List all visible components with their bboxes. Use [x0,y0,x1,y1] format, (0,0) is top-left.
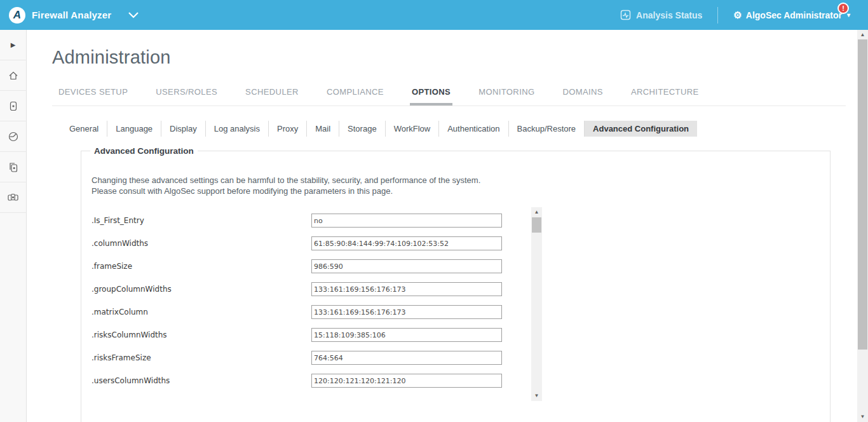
caret-down-icon: ▾ [847,11,850,18]
warning-text: Changing these advanced settings can be … [92,175,830,196]
field-row: .Is_First_Entry [92,209,502,232]
tab-monitoring[interactable]: MONITORING [478,87,534,97]
field-row: .risksColumnWidths [92,323,502,346]
sidebar-item-home[interactable] [0,60,26,91]
reports-icon [8,161,19,173]
page-scrollbar-thumb[interactable] [858,39,867,350]
field-label: .groupColumnWidths [92,285,311,294]
body-row: ▶ Admin [0,30,868,422]
main-tab-bar: DEVICES SETUP USERS/ROLES SCHEDULER COMP… [52,87,846,106]
sidebar-expand-button[interactable]: ▶ [0,30,26,60]
tab-devices-setup[interactable]: DEVICES SETUP [58,87,128,97]
subtab-workflow[interactable]: WorkFlow [386,121,440,137]
field-label: .frameSize [92,262,311,271]
form-scrollbar-thumb[interactable] [532,217,541,233]
header-divider [717,7,718,24]
field-label: .usersColumnWidths [92,376,311,385]
advanced-configuration-panel: Advanced Configuration Changing these ad… [81,146,831,422]
sidebar-item-history[interactable] [0,121,26,152]
form-scrollbar[interactable]: ▲ ▼ [531,207,542,401]
device-icon [8,100,19,112]
subtab-authentication[interactable]: Authentication [439,121,508,137]
notification-badge[interactable]: ! [837,3,849,14]
analysis-status-icon [620,10,631,20]
subtab-storage[interactable]: Storage [339,121,386,137]
main-content: Administration DEVICES SETUP USERS/ROLES… [27,30,857,422]
subtab-display[interactable]: Display [161,121,206,137]
history-clock-icon [8,131,19,142]
options-subtab-bar: General Language Display Log analysis Pr… [61,121,857,137]
left-sidebar: ▶ [0,30,27,422]
subtab-language[interactable]: Language [107,121,161,137]
field-input[interactable] [311,259,502,273]
field-label: .columnWidths [92,239,311,248]
tab-domains[interactable]: DOMAINS [562,87,602,97]
expand-arrow-icon: ▶ [11,41,16,48]
analysis-status-label: Analysis Status [636,10,702,20]
field-input[interactable] [311,214,502,228]
device-groups-icon [7,192,19,203]
warning-line-1: Changing these advanced settings can be … [92,175,830,186]
scroll-up-icon[interactable]: ▲ [531,208,542,217]
tab-users-roles[interactable]: USERS/ROLES [156,87,217,97]
subtab-mail[interactable]: Mail [307,121,339,137]
panel-legend: Advanced Configuration [90,146,198,156]
app-switcher-chevron-icon[interactable] [128,11,139,19]
subtab-general[interactable]: General [61,121,107,137]
field-row: .groupColumnWidths [92,278,502,301]
tab-options[interactable]: OPTIONS [412,87,451,97]
field-input[interactable] [311,351,502,365]
page-scrollbar[interactable]: ▲ ▼ [857,30,868,422]
gear-icon: ⚙ [733,10,742,20]
field-row: .columnWidths [92,232,502,255]
top-header: A Firewall Analyzer Analysis Status ⚙ Al… [0,0,868,30]
field-label: .Is_First_Entry [92,216,311,225]
subtab-proxy[interactable]: Proxy [269,121,307,137]
user-menu-label: AlgoSec Administrator [746,10,842,20]
settings-fields: .Is_First_Entry .columnWidths .frameSize… [92,206,502,401]
scroll-down-icon[interactable]: ▼ [531,391,542,400]
field-row: .matrixColumn [92,301,502,323]
logo-letter: A [13,9,21,22]
scroll-down-icon[interactable]: ▼ [857,412,868,421]
field-input[interactable] [311,374,502,388]
tab-scheduler[interactable]: SCHEDULER [245,87,299,97]
page-title: Administration [52,47,857,68]
algosec-logo-icon: A [9,7,25,24]
scroll-up-icon[interactable]: ▲ [857,31,868,39]
analysis-status-button[interactable]: Analysis Status [620,10,702,20]
subtab-backup-restore[interactable]: Backup/Restore [509,121,585,137]
sidebar-item-devices[interactable] [0,91,26,121]
field-label: .risksFrameSize [92,353,311,362]
field-input[interactable] [311,305,502,319]
tab-compliance[interactable]: COMPLIANCE [327,87,384,97]
field-row: .risksFrameSize [92,346,502,369]
field-row: .usersColumnWidths [92,369,502,392]
field-row: .frameSize [92,255,502,278]
user-menu-button[interactable]: ⚙ AlgoSec Administrator ▾ [733,10,850,20]
field-input[interactable] [311,328,502,342]
sidebar-item-reports[interactable] [0,152,26,182]
field-label: .risksColumnWidths [92,330,311,339]
field-input[interactable] [311,236,502,250]
settings-form: .Is_First_Entry .columnWidths .frameSize… [92,206,830,401]
home-icon [8,70,19,81]
sidebar-item-device-groups[interactable] [0,182,26,213]
subtab-log-analysis[interactable]: Log analysis [206,121,269,137]
field-input[interactable] [311,282,502,296]
field-label: .matrixColumn [92,308,311,316]
app-title: Firewall Analyzer [32,10,111,20]
tab-architecture[interactable]: ARCHITECTURE [631,87,699,97]
subtab-advanced-configuration[interactable]: Advanced Configuration [585,121,697,137]
warning-line-2: Please consult with AlgoSec support befo… [92,186,830,196]
